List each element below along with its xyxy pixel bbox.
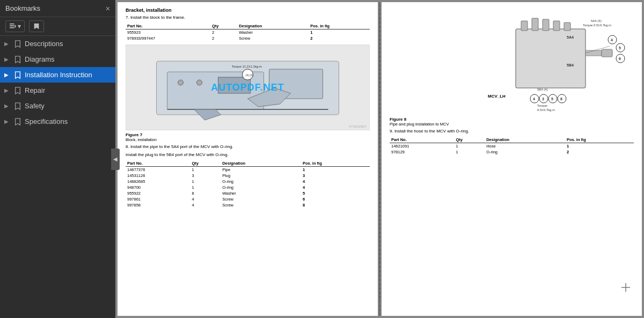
bookmark-icon-diagrams [14, 56, 21, 63]
svg-text:5: 5 [551, 97, 553, 101]
table-cell: 955922 [126, 190, 191, 196]
col-header-qty-2: Qty [191, 160, 221, 167]
step7-text: 7. Install the block to the frame. [126, 15, 370, 20]
svg-rect-19 [543, 19, 549, 31]
table-cell: 14621091 [390, 143, 455, 150]
col-header-designation-3: Designation [485, 137, 565, 143]
figure7-diagram: (4) (2) Torque 11.2±1.1kg.m [126, 45, 369, 130]
bookmark-icon-installation [14, 71, 21, 79]
bookmark-icon-repair [14, 87, 21, 94]
table-row: 9487001O-ring4 [126, 184, 370, 190]
mcv-diagram-container: 5A4 5B4 4 5 6 Torque 0. [390, 8, 634, 115]
step8-text: 8. Install the pipe to the 5A4 port of t… [126, 144, 370, 149]
sidebar-item-label-safety: Safety [25, 102, 110, 110]
table-cell: 955923 [126, 29, 210, 36]
table-cell: O-ring [485, 149, 565, 155]
sidebar-item-safety[interactable]: ▶ Safety [0, 98, 115, 114]
sidebar-item-label-diagrams: Diagrams [25, 55, 110, 63]
col-header-qty-1: Qty [210, 23, 237, 29]
svg-text:8: 8 [560, 97, 562, 101]
table-cell: 1 [309, 29, 370, 36]
table-cell: 3 [301, 173, 370, 179]
cross-icon [620, 282, 631, 293]
table-row: 148826851O-ring4 [126, 179, 370, 184]
step9-text: 9. Install the hose to the MCV with O-ri… [390, 129, 634, 134]
table-cell: 6 [301, 196, 370, 202]
sidebar-toolbar: ▾ [0, 17, 115, 36]
sidebar-title: Bookmarks [5, 4, 40, 12]
col-header-partno-1: Part No. [126, 23, 210, 29]
svg-point-7 [178, 80, 184, 85]
table-cell: O-ring [221, 179, 301, 184]
center-cross [620, 282, 631, 294]
close-button[interactable]: × [106, 5, 110, 12]
expand-icon [9, 23, 17, 30]
parts-table-3-body: 146210911Hose19781291O-ring2 [390, 143, 634, 156]
table-row: 9978614Screw6 [126, 196, 370, 202]
bookmark-view-button[interactable] [29, 20, 44, 32]
sidebar-item-label-repair: Repair [25, 86, 110, 94]
table-cell: Screw [237, 35, 309, 41]
svg-text:(4) (2): (4) (2) [246, 73, 253, 77]
mcv-svg: 5A4 5B4 4 5 6 Torque 0. [484, 8, 634, 115]
figure8-label: Figure 8 [390, 117, 634, 122]
table-cell: 1 [301, 167, 370, 173]
table-cell: Hose [485, 143, 565, 150]
parts-table-2-body: 146773761Pipe1145311263Plug3148826851O-r… [126, 167, 370, 209]
table-cell: 4 [191, 202, 221, 208]
col-header-partno-3: Part No. [390, 137, 455, 143]
svg-rect-16 [516, 29, 586, 88]
table-cell: 2 [309, 35, 370, 41]
collapse-sidebar-button[interactable]: ◀ [111, 149, 120, 170]
bookmark-icon-specifications [14, 118, 21, 125]
svg-text:3: 3 [542, 97, 544, 101]
table-cell: 2 [210, 35, 237, 41]
svg-rect-1 [10, 25, 14, 26]
figure8-sublabel: Pipe and plug installation to MCV [390, 122, 634, 127]
figure7-sublabel: Block, installation [126, 137, 370, 142]
page-left: Bracket, installation 7. Install the blo… [118, 2, 378, 316]
svg-marker-3 [15, 25, 17, 28]
table-cell: Screw [221, 196, 301, 202]
svg-text:5B4 (4): 5B4 (4) [537, 88, 548, 91]
sidebar-item-installation-instruction[interactable]: ▶ Installation Instruction [0, 67, 115, 83]
step8b-text: Install the plug to the 5B4 port of the … [126, 152, 370, 157]
col-header-designation-2: Designation [221, 160, 301, 167]
sidebar-item-descriptions[interactable]: ▶ Descriptions [0, 36, 115, 51]
svg-text:5A4 (4): 5A4 (4) [591, 19, 602, 23]
table-row: 9978584Screw8 [126, 202, 370, 208]
col-header-pos-3: Pos. in fig [565, 137, 634, 143]
expand-all-button[interactable]: ▾ [5, 20, 25, 32]
sidebar-item-label-installation: Installation Instruction [25, 71, 110, 79]
table-cell: 997858 [126, 202, 191, 208]
arrow-icon: ▶ [4, 56, 11, 62]
table-cell: 14882685 [126, 179, 191, 184]
table-cell: 1 [565, 143, 634, 150]
mcv-label: MCV_LH [488, 94, 506, 99]
table-cell: Washer [237, 29, 309, 36]
page-right: 5A4 5B4 4 5 6 Torque 0. [382, 2, 642, 316]
arrow-icon: ▶ [4, 87, 11, 93]
svg-text:5: 5 [619, 46, 621, 50]
parts-table-1: Part No. Qty Designation Pos. in fig 955… [126, 23, 370, 41]
table-cell: 948700 [126, 184, 191, 190]
sidebar: Bookmarks × ▾ ▶ Descriptions [0, 0, 115, 318]
figure7-container: AUTOPDF.NET (4) (2) Torque 11.2±1.1kg.m [126, 45, 370, 130]
table-row: 145311263Plug3 [126, 173, 370, 179]
bookmark-icon-safety [14, 102, 21, 110]
table-cell: Plug [221, 173, 301, 179]
table-cell: 4 [301, 179, 370, 184]
table-cell: Pipe [221, 167, 301, 173]
sidebar-item-repair[interactable]: ▶ Repair [0, 83, 115, 98]
table-cell: 3 [191, 173, 221, 179]
sidebar-item-diagrams[interactable]: ▶ Diagrams [0, 51, 115, 67]
arrow-icon: ▶ [4, 72, 11, 78]
left-page-content: Bracket, installation 7. Install the blo… [118, 2, 378, 316]
right-page-content: 5A4 5B4 4 5 6 Torque 0. [382, 2, 642, 316]
table-cell: 14531126 [126, 173, 191, 179]
sidebar-item-specifications[interactable]: ▶ Specifications [0, 114, 115, 129]
table-cell: 1 [191, 184, 221, 190]
sidebar-header: Bookmarks × [0, 0, 115, 17]
table-cell: 4 [191, 196, 221, 202]
bookmark-icon-descriptions [14, 40, 21, 48]
